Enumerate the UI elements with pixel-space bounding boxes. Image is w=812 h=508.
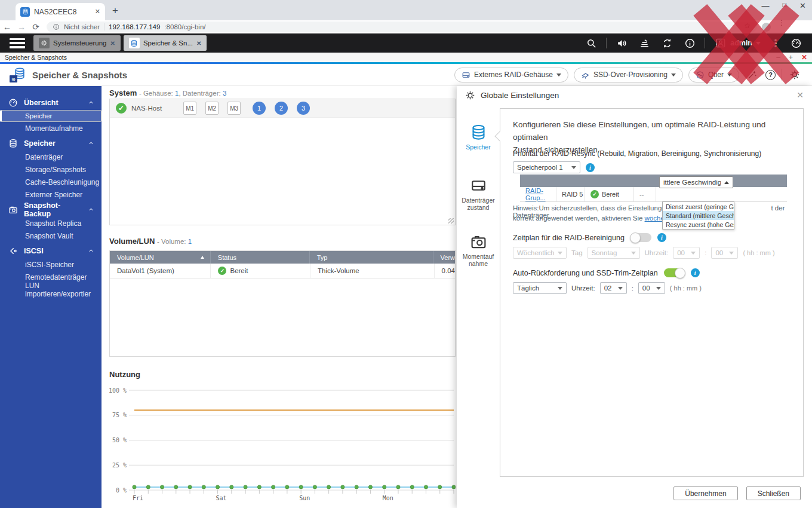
search-icon[interactable] (580, 38, 602, 49)
raid-group-link[interactable]: RAID-Grup... (525, 187, 556, 201)
tab-close-icon[interactable]: ✕ (196, 40, 201, 47)
settings-gear-icon[interactable] (787, 69, 802, 80)
disk-slot-1[interactable]: 1 (253, 102, 266, 115)
window-maximize-icon[interactable]: □ (782, 1, 786, 10)
user-name: admin (730, 39, 752, 47)
chrome-profile-avatar[interactable] (762, 23, 771, 32)
info-icon[interactable]: i (586, 163, 595, 172)
window-minimize-icon[interactable]: — (761, 1, 769, 10)
dropdown-option-resync-first[interactable]: Resync zuerst (hohe Gesc... (663, 220, 734, 229)
panel-tab-datentraegerzustand[interactable]: Datenträgerzustand (457, 177, 500, 211)
usage-chart-container: 100 %75 %50 %25 %0 %FriSatSunMon (109, 382, 456, 508)
sidebar-item-speicher-uebersicht[interactable]: Speicher (0, 110, 102, 122)
volume-table-header[interactable]: Volume/LUN Status Typ Verw (110, 251, 455, 264)
resize-handle[interactable] (448, 218, 454, 224)
external-raid-button[interactable]: Externes RAID-Gehäuse (454, 68, 568, 82)
raid-table-row[interactable]: RAID-Grup... RAID 5 ✓Bereit -- (520, 187, 787, 202)
qtier-button[interactable]: Qtier (688, 68, 739, 82)
trim-toggle[interactable] (664, 268, 685, 277)
system-enclosure-box: ✓ NAS-Host M1 M2 M3 1 2 3 (109, 99, 456, 225)
scrub-day-select[interactable]: Sonntag (588, 247, 640, 259)
user-menu[interactable]: admin (709, 37, 767, 49)
info-icon[interactable]: i (657, 233, 666, 242)
sidebar-group-iscsi[interactable]: iSCSI (0, 244, 102, 258)
app-close-icon[interactable]: ✕ (801, 53, 807, 62)
dropdown-option-standard[interactable]: Standard (mittlere Gesch... (663, 211, 734, 220)
help-icon[interactable]: ? (765, 70, 776, 80)
trim-hour-select[interactable]: 02 (600, 282, 627, 294)
window-close-icon[interactable]: ✕ (799, 1, 806, 10)
tab-close-icon[interactable]: ✕ (110, 40, 115, 47)
panel-close-icon[interactable]: ✕ (796, 90, 804, 100)
pool-select[interactable]: Speicherpool 1 (513, 161, 580, 173)
mslot-m2[interactable]: M2 (205, 102, 219, 115)
more-options-icon[interactable]: ••• (767, 39, 785, 48)
browser-tab[interactable]: NAS2CEEC8 ✕ (16, 3, 105, 20)
sidebar-item-datentraeger[interactable]: Datenträger (0, 151, 102, 163)
group-label: Übersicht (24, 99, 59, 107)
new-tab-button[interactable]: + (112, 5, 118, 17)
forward-icon[interactable]: → (14, 22, 29, 32)
resync-speed-combobox[interactable]: ittlere Geschwindigkeit) (659, 176, 733, 188)
sidebar-group-snapshot-backup[interactable]: Snapshot-Backup (0, 203, 102, 217)
trim-frequency-select[interactable]: Täglich (513, 282, 567, 294)
overview-gauge-icon (8, 98, 18, 108)
mslot-m1[interactable]: M1 (183, 102, 196, 115)
qtier-icon (696, 71, 705, 79)
omnibox[interactable]: Nicht sicher 192.168.177.149:8080/cgi-bi… (47, 22, 757, 32)
bookmark-star-icon[interactable] (743, 22, 751, 32)
scrub-toggle[interactable] (630, 233, 651, 242)
sidebar-item-momentaufnahme[interactable]: Momentaufnahme (0, 122, 102, 134)
scrub-minute-select[interactable]: 00 (711, 247, 738, 259)
table-row[interactable]: DataVol1 (System) ✓Bereit Thick-Volume 0… (110, 264, 455, 279)
nas-host-row[interactable]: ✓ NAS-Host M1 M2 M3 1 2 3 (110, 99, 455, 118)
scrub-controls: Wöchentlich Tag Sonntag Uhrzeit: 00 : 00… (513, 247, 775, 259)
main-menu-icon[interactable] (10, 38, 25, 48)
sidebar-group-speicher[interactable]: Speicher (0, 136, 102, 151)
security-label[interactable]: Nicht sicher (64, 23, 100, 30)
info-icon[interactable]: i (691, 268, 700, 277)
sidebar-item-snapshot-vault[interactable]: Snapshot Vault (0, 229, 102, 242)
app-minimize-icon[interactable]: – (776, 53, 780, 62)
disk-slot-2[interactable]: 2 (275, 102, 288, 115)
trim-minute-select[interactable]: 00 (638, 282, 665, 294)
sidebar-item-cache-beschleunigung[interactable]: Cache-Beschleunigung (0, 176, 102, 188)
sidebar-group-uebersicht[interactable]: Übersicht (0, 96, 102, 110)
iscsi-icon (8, 246, 18, 256)
panel-tab-speicher[interactable]: Speicher (457, 124, 500, 151)
chrome-menu-icon[interactable]: ⋮ (777, 19, 786, 35)
dashboard-icon[interactable] (785, 38, 807, 49)
back-icon[interactable]: ← (0, 22, 14, 32)
dropdown-option-service-first[interactable]: Dienst zuerst (geringe Ges... (663, 202, 734, 211)
sidebar-item-lun-import-export[interactable]: LUN importieren/exportier (0, 283, 102, 296)
qts-top-bar: Systemsteuerung ✕ Speicher & Sn... ✕ adm… (0, 33, 812, 53)
sync-status-icon[interactable] (656, 38, 678, 49)
tab-systemsteuerung[interactable]: Systemsteuerung ✕ (33, 35, 121, 51)
sidebar-nav: Übersicht Speicher Momentaufnahme Speich… (0, 86, 102, 508)
ssd-over-provisioning-button[interactable]: SSD-Over-Provisioning (574, 68, 683, 82)
close-button[interactable]: Schließen (746, 486, 801, 500)
sidebar-item-snapshot-replica[interactable]: Snapshot Replica (0, 217, 102, 229)
app-maximize-icon[interactable]: + (789, 53, 793, 62)
app-window-titlebar[interactable]: Speicher & Snapshots – + ✕ (0, 53, 812, 62)
apply-button[interactable]: Übernehmen (673, 486, 737, 500)
sidebar-item-externer-speicher[interactable]: Externer Speicher (0, 188, 102, 201)
chevron-down-icon (756, 42, 761, 45)
sidebar-item-storage-snapshots[interactable]: Storage/Snapshots (0, 163, 102, 176)
scrub-frequency-select[interactable]: Wöchentlich (513, 247, 567, 259)
panel-tab-momentaufnahme[interactable]: Momentaufnahme (457, 233, 500, 267)
scrub-hour-select[interactable]: 00 (673, 247, 700, 259)
background-tasks-icon[interactable] (633, 38, 656, 49)
panel-title: Globale Einstellungen (481, 91, 559, 100)
mslot-m3[interactable]: M3 (227, 102, 241, 115)
button-label: Externes RAID-Gehäuse (474, 71, 553, 79)
sidebar-item-iscsi-speicher[interactable]: iSCSI-Speicher (0, 258, 102, 271)
reload-icon[interactable]: ⟳ (29, 22, 43, 32)
tab-close-icon[interactable]: ✕ (95, 8, 100, 16)
disk-slot-3[interactable]: 3 (297, 102, 310, 115)
notifications-info-icon[interactable] (678, 38, 701, 49)
whats-new-wand-icon[interactable] (745, 69, 760, 80)
svg-text:Mon: Mon (383, 495, 393, 501)
tab-speicher-snapshots[interactable]: Speicher & Sn... ✕ (124, 35, 207, 51)
volume-icon[interactable] (610, 38, 633, 49)
